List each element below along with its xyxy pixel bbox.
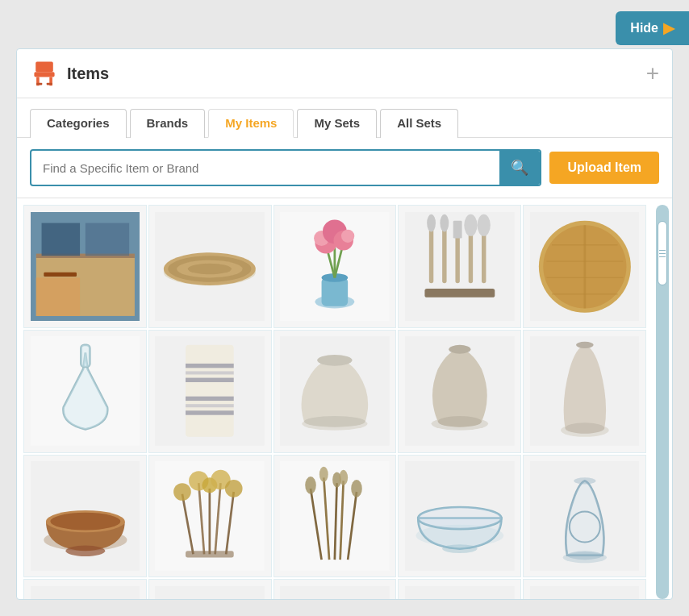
- search-bar: 🔍 Upload Item: [17, 138, 672, 198]
- list-item[interactable]: [274, 330, 397, 453]
- search-icon: 🔍: [511, 159, 528, 177]
- svg-point-64: [304, 416, 365, 427]
- svg-rect-57: [186, 372, 234, 375]
- items-panel: Items + Categories Brands My Items My Se…: [16, 48, 673, 600]
- list-item[interactable]: [23, 579, 147, 599]
- scrollbar-thumb[interactable]: [658, 221, 667, 285]
- svg-rect-53: [81, 345, 90, 367]
- tab-my-sets[interactable]: My Sets: [297, 109, 377, 138]
- svg-point-101: [351, 480, 362, 497]
- add-item-button[interactable]: +: [646, 62, 659, 85]
- svg-rect-42: [424, 289, 495, 298]
- svg-point-77: [50, 513, 120, 531]
- svg-point-106: [442, 544, 477, 553]
- list-item[interactable]: [274, 455, 397, 578]
- tab-brands[interactable]: Brands: [130, 109, 206, 138]
- scrollbar-grip-icon: [659, 250, 666, 257]
- svg-rect-60: [186, 404, 234, 407]
- list-item[interactable]: [274, 205, 397, 328]
- tab-all-sets[interactable]: All Sets: [380, 109, 458, 138]
- svg-rect-9: [41, 223, 79, 256]
- svg-point-68: [438, 416, 482, 427]
- svg-point-30: [341, 229, 354, 242]
- svg-rect-4: [36, 83, 42, 85]
- search-input[interactable]: [31, 153, 499, 183]
- hide-label: Hide: [630, 21, 658, 35]
- svg-rect-56: [186, 364, 234, 368]
- svg-rect-5: [47, 83, 52, 85]
- tab-categories[interactable]: Categories: [30, 109, 127, 138]
- svg-point-41: [478, 214, 491, 235]
- svg-point-110: [574, 478, 595, 485]
- svg-rect-0: [35, 62, 53, 73]
- svg-point-73: [576, 342, 594, 348]
- list-item[interactable]: [148, 579, 272, 599]
- svg-point-18: [188, 263, 232, 274]
- svg-point-72: [565, 423, 604, 435]
- svg-point-39: [464, 214, 477, 235]
- svg-point-78: [65, 546, 105, 557]
- list-item[interactable]: [23, 330, 147, 453]
- tab-my-items[interactable]: My Items: [208, 109, 294, 138]
- svg-rect-121: [280, 586, 390, 599]
- hide-arrow-icon: ▶: [663, 19, 674, 37]
- svg-rect-10: [85, 223, 128, 256]
- upload-item-button[interactable]: Upload Item: [549, 152, 659, 184]
- svg-rect-32: [429, 223, 433, 283]
- search-input-wrap: 🔍: [30, 149, 541, 186]
- list-item[interactable]: [148, 330, 272, 453]
- list-item[interactable]: [148, 455, 272, 578]
- svg-rect-55: [186, 345, 234, 437]
- svg-point-35: [440, 214, 449, 231]
- svg-rect-12: [44, 272, 77, 276]
- svg-point-97: [305, 477, 316, 494]
- hide-button[interactable]: Hide ▶: [616, 11, 689, 45]
- list-item[interactable]: [23, 205, 147, 328]
- svg-point-85: [173, 483, 191, 501]
- svg-point-105: [418, 507, 501, 529]
- chair-icon: [30, 59, 59, 88]
- svg-rect-1: [34, 72, 54, 77]
- list-item[interactable]: [398, 205, 521, 328]
- svg-rect-90: [186, 551, 234, 557]
- list-item[interactable]: [274, 579, 397, 599]
- panel-header: Items +: [17, 49, 672, 98]
- svg-point-69: [449, 345, 470, 354]
- svg-point-89: [225, 480, 243, 497]
- list-item[interactable]: [523, 205, 646, 328]
- items-grid: [23, 205, 666, 599]
- svg-rect-112: [31, 586, 140, 599]
- svg-point-98: [319, 467, 328, 482]
- svg-rect-125: [405, 586, 515, 599]
- svg-rect-11: [35, 277, 79, 315]
- search-button[interactable]: 🔍: [499, 151, 540, 185]
- svg-point-100: [339, 470, 348, 485]
- items-title: Items: [67, 65, 109, 83]
- svg-point-111: [567, 551, 602, 560]
- items-grid-container: [17, 198, 672, 599]
- list-item[interactable]: [523, 455, 646, 578]
- list-item[interactable]: [523, 579, 646, 599]
- list-item[interactable]: [398, 579, 521, 599]
- svg-rect-59: [186, 397, 234, 401]
- list-item[interactable]: [398, 455, 521, 578]
- svg-point-65: [317, 355, 352, 366]
- svg-rect-115: [155, 586, 265, 599]
- svg-point-33: [427, 214, 436, 231]
- list-item[interactable]: [523, 330, 646, 453]
- list-item[interactable]: [148, 205, 272, 328]
- svg-rect-61: [186, 411, 234, 415]
- svg-rect-58: [186, 378, 234, 382]
- panel-title: Items: [30, 59, 109, 88]
- scrollbar-track[interactable]: [656, 205, 669, 599]
- tabs-bar: Categories Brands My Items My Sets All S…: [17, 98, 672, 138]
- list-item[interactable]: [23, 455, 147, 578]
- svg-rect-34: [442, 223, 446, 283]
- list-item[interactable]: [398, 330, 521, 453]
- svg-rect-127: [530, 586, 640, 599]
- svg-rect-37: [453, 220, 462, 238]
